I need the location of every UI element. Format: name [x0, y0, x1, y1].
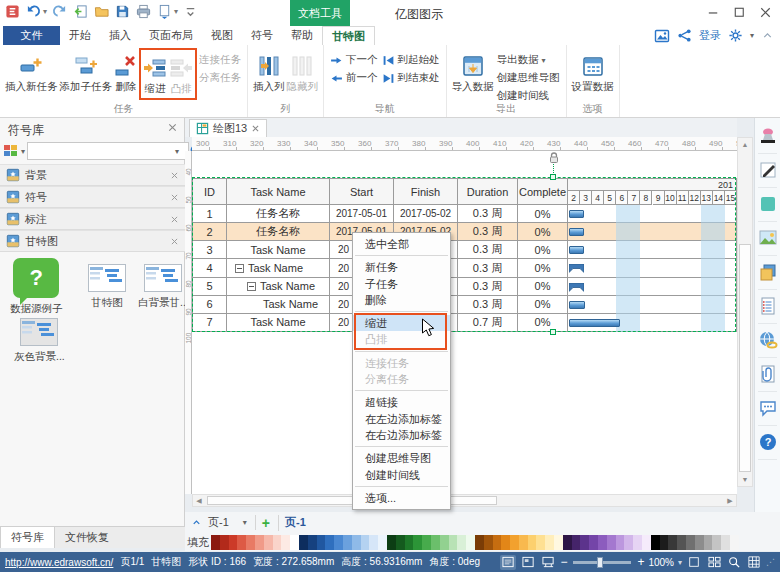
fill-swatch[interactable]	[668, 535, 677, 550]
ribbon-add-subtask-button[interactable]: 添加子任务	[59, 52, 114, 96]
fill-swatch[interactable]	[704, 535, 713, 550]
document-tools-contextual-tab[interactable]: 文档工具	[290, 0, 350, 26]
menu-item-sub-task[interactable]: 子任务	[353, 276, 450, 292]
gallery-item-white-bg-gantt[interactable]: 白背景甘...	[138, 264, 189, 310]
fill-swatch[interactable]	[387, 535, 396, 550]
picture-icon[interactable]	[758, 228, 778, 248]
fill-swatch[interactable]	[211, 535, 220, 550]
table-row[interactable]: 1任务名称2017-05-012017-05-020.3 周0%	[192, 205, 737, 223]
ribbon-to-end-button[interactable]: 到结束处	[380, 70, 442, 86]
print-icon[interactable]	[135, 3, 152, 20]
table-row[interactable]: 7Task Name200.7 周0%	[192, 314, 737, 332]
fill-swatch[interactable]	[695, 535, 704, 550]
page-selector[interactable]: 页-1▾	[208, 515, 256, 530]
add-page-button[interactable]: +	[262, 515, 279, 531]
menu-item-delete[interactable]: 删除	[353, 292, 450, 308]
tab-help[interactable]: 帮助	[282, 26, 322, 45]
menu-item-create-mindmap[interactable]: 创建思维导图	[353, 450, 450, 466]
selection-handle-bottom[interactable]	[550, 329, 556, 335]
login-button[interactable]: 登录	[699, 28, 721, 43]
ribbon-previous-task-button[interactable]: 前一个	[328, 70, 380, 86]
fill-swatch[interactable]	[229, 535, 238, 550]
tree-collapse-icon[interactable]	[247, 282, 256, 291]
ribbon-next-task-button[interactable]: 下一个	[328, 52, 380, 68]
drawing-tab[interactable]: 绘图13	[189, 119, 267, 137]
drawing-tab-close-icon[interactable]	[251, 124, 260, 133]
help-icon[interactable]: ?	[758, 432, 778, 452]
fill-swatch[interactable]	[580, 535, 589, 550]
ribbon-create-mindmap-button[interactable]: 创建思维导图	[495, 70, 562, 86]
sidebar-tab-file-recovery[interactable]: 文件恢复	[55, 527, 119, 548]
pen-icon[interactable]	[758, 160, 778, 180]
save-icon[interactable]	[114, 3, 131, 20]
fill-swatch[interactable]	[273, 535, 282, 550]
fill-swatch[interactable]	[607, 535, 616, 550]
qat-more-icon[interactable]	[182, 3, 199, 20]
fit-window-icon[interactable]	[686, 555, 702, 570]
fill-swatch[interactable]	[554, 535, 563, 550]
fill-swatch[interactable]	[431, 535, 440, 550]
fill-swatch[interactable]	[642, 535, 651, 550]
fill-swatch[interactable]	[712, 535, 721, 550]
table-row[interactable]: 4Task Name200.3 周0%	[192, 259, 737, 277]
section-close-icon[interactable]	[170, 193, 179, 202]
import-file-icon[interactable]	[72, 3, 89, 20]
section-close-icon[interactable]	[170, 171, 179, 180]
fill-swatch[interactable]	[290, 535, 299, 550]
table-row[interactable]: 6Task Name200.3 周0%	[192, 296, 737, 314]
fill-swatch[interactable]	[246, 535, 255, 550]
fill-swatch[interactable]	[730, 535, 739, 550]
sidebar-section-gantt[interactable]: 甘特图	[0, 230, 185, 252]
export-file-icon-caret[interactable]: ▾	[174, 7, 178, 16]
view-presentation-icon[interactable]	[540, 555, 556, 570]
fill-swatch[interactable]	[369, 535, 378, 550]
fill-swatch[interactable]	[378, 535, 387, 550]
fill-swatch[interactable]	[299, 535, 308, 550]
fill-swatch[interactable]	[220, 535, 229, 550]
fill-swatch[interactable]	[510, 535, 519, 550]
page-tab[interactable]: 页-1	[285, 515, 306, 530]
section-close-icon[interactable]	[170, 237, 179, 246]
collapse-ribbon-icon[interactable]	[761, 29, 774, 42]
zoom-slider[interactable]	[573, 561, 631, 564]
fill-swatch[interactable]	[440, 535, 449, 550]
fill-swatch[interactable]	[721, 535, 730, 550]
view-outline-icon[interactable]	[520, 555, 536, 570]
sidebar-section-symbols[interactable]: 符号	[0, 186, 185, 208]
fill-swatch[interactable]	[413, 535, 422, 550]
grid-icon[interactable]	[746, 555, 762, 570]
share-icon[interactable]	[677, 28, 692, 43]
open-folder-icon[interactable]	[93, 3, 110, 20]
clipart-icon[interactable]	[758, 126, 778, 146]
table-row[interactable]: 3Task Name200.3 周0%	[192, 241, 737, 259]
fill-swatch[interactable]	[352, 535, 361, 550]
fill-swatch[interactable]	[255, 535, 264, 550]
selection-handle-top[interactable]	[550, 174, 556, 180]
undo-icon-caret[interactable]: ▾	[43, 7, 47, 16]
fill-swatch[interactable]	[317, 535, 326, 550]
menu-item-hyperlink[interactable]: 超链接	[353, 394, 450, 410]
ribbon-export-data-button[interactable]: 导出数据▾	[495, 52, 562, 68]
ribbon-hide-column-button[interactable]: 隐藏列	[286, 52, 320, 96]
canvas-viewport[interactable]: IDTask NameStartFinishDurationComplete20…	[192, 151, 737, 494]
swatch-icon[interactable]	[758, 194, 778, 214]
fill-swatch[interactable]	[466, 535, 475, 550]
ribbon-set-data-button[interactable]: 设置数据	[571, 52, 615, 96]
scroll-down-icon[interactable]: ▼	[738, 473, 752, 486]
zoom-in-icon[interactable]: +	[637, 555, 644, 569]
menu-item-add-label-right[interactable]: 在右边添加标签	[353, 427, 450, 443]
comment-icon[interactable]	[758, 398, 778, 418]
fill-swatch[interactable]	[589, 535, 598, 550]
gantt-task-bar[interactable]	[569, 228, 584, 236]
tab-symbols[interactable]: 符号	[242, 26, 282, 45]
gantt-task-bar[interactable]	[569, 319, 620, 327]
menu-item-new-task[interactable]: 新任务	[353, 259, 450, 275]
menu-item-create-timeline[interactable]: 创建时间线	[353, 467, 450, 483]
fill-swatch[interactable]	[528, 535, 537, 550]
close-button[interactable]	[752, 0, 778, 24]
menu-item-select-all[interactable]: 选中全部	[353, 236, 450, 252]
fill-swatch[interactable]	[563, 535, 572, 550]
gallery-item-data-source-example[interactable]: ?数据源例子	[10, 258, 63, 316]
gantt-task-bar[interactable]	[569, 210, 584, 218]
ribbon-split-tasks-button[interactable]: 分离任务	[197, 70, 243, 86]
